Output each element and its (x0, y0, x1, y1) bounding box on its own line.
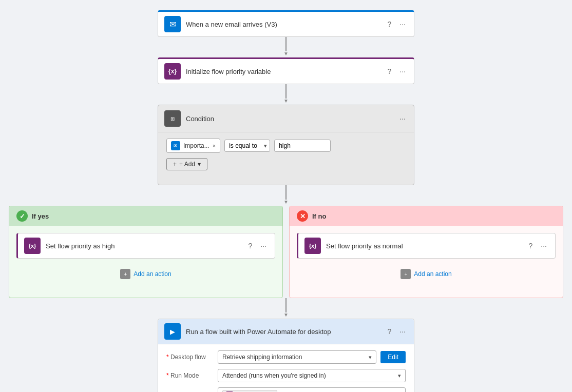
init-variable-icon: {x} (164, 63, 181, 80)
desktop-flow-label: Desktop flow (166, 354, 218, 361)
condition-row: ✉ Importa... × is equal to (166, 139, 406, 153)
operator-select-wrap: is equal to (224, 140, 270, 152)
email-trigger-more-btn[interactable]: ··· (397, 19, 408, 29)
set-high-more-btn[interactable]: ··· (258, 241, 269, 251)
condition-value-input[interactable] (274, 140, 331, 152)
run-mode-control: Attended (runs when you're signed in) ▾ (218, 369, 406, 382)
branch-yes-header: ✓ If yes (9, 206, 282, 226)
add-label: + Add (179, 161, 195, 168)
email-trigger-icon: ✉ (164, 16, 181, 32)
add-chevron: ▾ (198, 161, 201, 168)
email-trigger-help-btn[interactable]: ? (386, 19, 394, 29)
run-flow-body: Desktop flow Retrieve shipping informati… (158, 344, 414, 392)
condition-body: ✉ Importa... × is equal to + + Add ▾ (158, 132, 414, 177)
condition-card: ⊞ Condition ··· ✉ Importa... × is equal … (158, 105, 414, 185)
condition-icon: ⊞ (164, 110, 181, 127)
desktop-flow-row: Desktop flow Retrieve shipping informati… (166, 350, 406, 364)
priority-field: {x} Flow priority × ✕ (218, 387, 406, 392)
desktop-flow-dropdown[interactable]: Retrieve shipping information ▾ (218, 350, 376, 364)
init-variable-more-btn[interactable]: ··· (397, 66, 408, 76)
branch-no-content: {x} Set flow priority as normal ? ··· + … (290, 226, 563, 288)
branch-no: ✕ If no {x} Set flow priority as normal … (289, 206, 563, 298)
run-flow-title: Run a flow built with Power Automate for… (186, 328, 382, 336)
desktop-flow-chevron: ▾ (369, 354, 372, 361)
branch-no-header: ✕ If no (290, 206, 563, 226)
arrow-1 (283, 37, 289, 57)
edit-btn[interactable]: Edit (380, 351, 406, 363)
set-normal-title: Set flow priority as normal (326, 242, 523, 250)
pill-icon: ✉ (171, 141, 180, 150)
priority-row: Priority {x} Flow priority × ✕ (166, 387, 406, 392)
run-mode-label: Run Mode (166, 372, 218, 379)
init-variable-card: {x} Initialize flow priority variable ? … (158, 57, 414, 84)
yes-add-action-icon: + (120, 269, 130, 279)
branch-yes-label: If yes (32, 212, 49, 220)
add-condition-btn[interactable]: + + Add ▾ (166, 158, 207, 170)
condition-more-btn[interactable]: ··· (397, 113, 408, 124)
no-add-action-label: Add an action (414, 270, 451, 278)
priority-tag: {x} Flow priority × (222, 390, 277, 392)
yes-add-action-btn[interactable]: + Add an action (16, 267, 275, 281)
branches-row: ✓ If yes {x} Set flow priority as high ?… (9, 206, 563, 298)
run-flow-more-btn[interactable]: ··· (397, 326, 408, 337)
set-normal-help-btn[interactable]: ? (527, 241, 535, 251)
yes-add-action-label: Add an action (134, 270, 171, 278)
run-mode-dropdown[interactable]: Attended (runs when you're signed in) ▾ (218, 369, 406, 382)
set-high-title: Set flow priority as high (46, 242, 242, 250)
run-mode-value: Attended (runs when you're signed in) (222, 372, 398, 379)
set-high-help-btn[interactable]: ? (246, 241, 255, 251)
set-priority-high-card: {x} Set flow priority as high ? ··· (16, 233, 275, 259)
arrow-4 (283, 298, 289, 319)
init-variable-title: Initialize flow priority variable (186, 68, 382, 75)
check-icon: ✓ (16, 210, 28, 222)
run-mode-chevron: ▾ (398, 373, 401, 379)
pill-close-btn[interactable]: × (213, 143, 216, 149)
condition-title: Condition (186, 115, 393, 123)
arrow-2 (283, 84, 289, 105)
branch-yes-content: {x} Set flow priority as high ? ··· + Ad… (9, 226, 282, 288)
run-flow-header: ▶ Run a flow built with Power Automate f… (158, 319, 414, 344)
operator-select[interactable]: is equal to (224, 140, 270, 152)
no-add-action-btn[interactable]: + Add an action (297, 267, 556, 281)
condition-pill[interactable]: ✉ Importa... × (166, 139, 220, 153)
run-mode-row: Run Mode Attended (runs when you're sign… (166, 369, 406, 382)
no-add-action-icon: + (401, 269, 411, 279)
x-icon: ✕ (297, 210, 308, 222)
init-variable-help-btn[interactable]: ? (386, 66, 394, 76)
desktop-flow-value: Retrieve shipping information (222, 354, 369, 361)
arrow-3 (283, 185, 289, 206)
priority-control: {x} Flow priority × ✕ (218, 387, 406, 392)
run-flow-icon: ▶ (164, 323, 181, 340)
desktop-flow-control: Retrieve shipping information ▾ Edit (218, 350, 406, 364)
add-icon: + (173, 161, 177, 168)
branch-no-label: If no (312, 212, 326, 220)
run-flow-help-btn[interactable]: ? (386, 326, 394, 337)
email-trigger-title: When a new email arrives (V3) (186, 21, 382, 28)
set-normal-more-btn[interactable]: ··· (539, 241, 549, 251)
set-normal-icon: {x} (304, 238, 321, 254)
email-trigger-card: ✉ When a new email arrives (V3) ? ··· (158, 10, 414, 37)
set-priority-normal-card: {x} Set flow priority as normal ? ··· (297, 233, 556, 259)
pill-label: Importa... (183, 142, 209, 149)
condition-header: ⊞ Condition ··· (158, 105, 414, 132)
branch-yes: ✓ If yes {x} Set flow priority as high ?… (9, 206, 283, 298)
run-flow-card: ▶ Run a flow built with Power Automate f… (158, 319, 414, 392)
set-high-icon: {x} (24, 238, 41, 254)
